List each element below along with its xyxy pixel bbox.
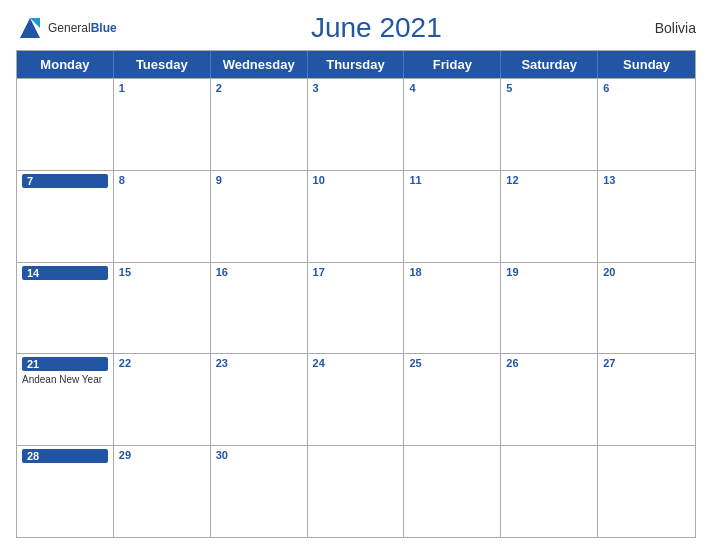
day-number: 20 (603, 266, 690, 278)
calendar-body: 123456789101112131415161718192021Andean … (17, 78, 695, 537)
day-number: 27 (603, 357, 690, 369)
calendar-cell: 28 (17, 446, 114, 537)
calendar-cell: 27 (598, 354, 695, 445)
day-number: 18 (409, 266, 495, 278)
calendar-cell (598, 446, 695, 537)
day-number: 30 (216, 449, 302, 461)
day-number: 12 (506, 174, 592, 186)
calendar-page: GeneralBlue June 2021 Bolivia Monday Tue… (0, 0, 712, 550)
day-number: 26 (506, 357, 592, 369)
weekday-monday: Monday (17, 51, 114, 78)
day-number: 10 (313, 174, 399, 186)
calendar-cell: 11 (404, 171, 501, 262)
calendar-cell: 26 (501, 354, 598, 445)
day-number: 24 (313, 357, 399, 369)
calendar-cell: 22 (114, 354, 211, 445)
calendar-cell: 29 (114, 446, 211, 537)
logo: GeneralBlue (16, 14, 117, 42)
calendar-cell: 9 (211, 171, 308, 262)
calendar-cell: 18 (404, 263, 501, 354)
calendar-cell: 23 (211, 354, 308, 445)
day-number: 5 (506, 82, 592, 94)
calendar-cell: 17 (308, 263, 405, 354)
day-number: 19 (506, 266, 592, 278)
weekday-friday: Friday (404, 51, 501, 78)
day-number: 21 (22, 357, 108, 371)
title-area: June 2021 (117, 12, 636, 44)
day-number: 15 (119, 266, 205, 278)
day-number: 22 (119, 357, 205, 369)
day-number: 1 (119, 82, 205, 94)
day-number: 6 (603, 82, 690, 94)
logo-text: GeneralBlue (48, 21, 117, 35)
calendar-week-1: 123456 (17, 78, 695, 170)
calendar-cell: 12 (501, 171, 598, 262)
calendar-week-3: 14151617181920 (17, 262, 695, 354)
weekday-sunday: Sunday (598, 51, 695, 78)
calendar-cell: 25 (404, 354, 501, 445)
calendar-cell: 2 (211, 79, 308, 170)
cell-event: Andean New Year (22, 373, 108, 386)
day-number: 3 (313, 82, 399, 94)
day-number: 25 (409, 357, 495, 369)
weekday-tuesday: Tuesday (114, 51, 211, 78)
weekday-wednesday: Wednesday (211, 51, 308, 78)
calendar-cell: 13 (598, 171, 695, 262)
day-number: 29 (119, 449, 205, 461)
day-number: 13 (603, 174, 690, 186)
calendar-cell: 20 (598, 263, 695, 354)
calendar-cell (308, 446, 405, 537)
weekday-saturday: Saturday (501, 51, 598, 78)
calendar-cell: 30 (211, 446, 308, 537)
day-number: 4 (409, 82, 495, 94)
calendar-cell: 21Andean New Year (17, 354, 114, 445)
calendar-cell: 5 (501, 79, 598, 170)
calendar-grid: Monday Tuesday Wednesday Thursday Friday… (16, 50, 696, 538)
calendar-cell (501, 446, 598, 537)
calendar-week-5: 282930 (17, 445, 695, 537)
calendar-header-row: Monday Tuesday Wednesday Thursday Friday… (17, 51, 695, 78)
page-header: GeneralBlue June 2021 Bolivia (16, 12, 696, 44)
day-number: 14 (22, 266, 108, 280)
day-number: 11 (409, 174, 495, 186)
calendar-title: June 2021 (311, 12, 442, 43)
calendar-cell: 1 (114, 79, 211, 170)
calendar-cell: 7 (17, 171, 114, 262)
calendar-cell: 15 (114, 263, 211, 354)
calendar-week-4: 21Andean New Year222324252627 (17, 353, 695, 445)
calendar-cell (404, 446, 501, 537)
day-number: 2 (216, 82, 302, 94)
calendar-cell: 16 (211, 263, 308, 354)
day-number: 28 (22, 449, 108, 463)
calendar-week-2: 78910111213 (17, 170, 695, 262)
day-number: 7 (22, 174, 108, 188)
country-label: Bolivia (636, 20, 696, 36)
day-number: 23 (216, 357, 302, 369)
day-number: 9 (216, 174, 302, 186)
logo-blue: Blue (91, 21, 117, 35)
calendar-cell (17, 79, 114, 170)
calendar-cell: 6 (598, 79, 695, 170)
calendar-cell: 10 (308, 171, 405, 262)
calendar-cell: 3 (308, 79, 405, 170)
day-number: 8 (119, 174, 205, 186)
weekday-thursday: Thursday (308, 51, 405, 78)
day-number: 16 (216, 266, 302, 278)
calendar-cell: 8 (114, 171, 211, 262)
day-number: 17 (313, 266, 399, 278)
logo-general: General (48, 21, 91, 35)
calendar-cell: 24 (308, 354, 405, 445)
calendar-cell: 14 (17, 263, 114, 354)
generalblue-logo-icon (16, 14, 44, 42)
calendar-cell: 4 (404, 79, 501, 170)
calendar-cell: 19 (501, 263, 598, 354)
